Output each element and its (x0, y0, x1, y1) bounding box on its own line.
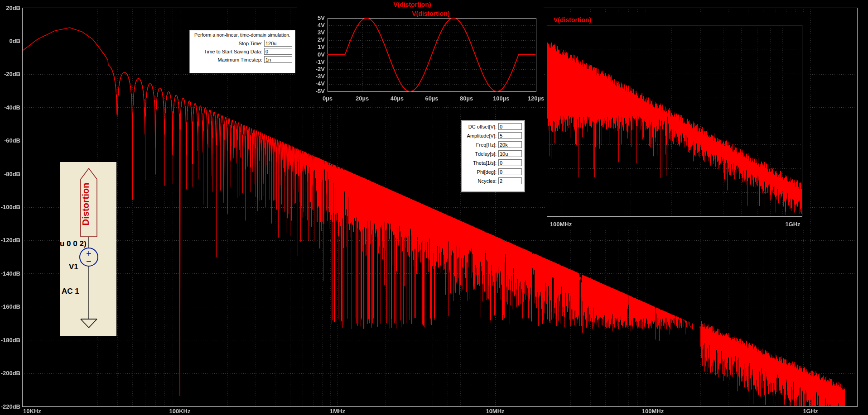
y-tick-label: -120dB (0, 237, 20, 243)
x-tick-label: 1GHz (790, 408, 831, 415)
y-tick-label: -140dB (0, 270, 20, 277)
maximum-timestep-input[interactable] (264, 56, 292, 63)
tdelay-row: Tdelay[s]: (464, 150, 522, 157)
stop-time-label: Stop Time: (238, 41, 262, 46)
x-tick-label: 10KHz (23, 408, 64, 415)
dc-offset-label: DC offset[V]: (468, 124, 497, 129)
ncycles-label: Ncycles: (477, 178, 497, 184)
maximum-timestep-row: Maximum Timestep: (193, 56, 292, 63)
freq-row: Freq[Hz]: (464, 141, 522, 148)
ncycles-input[interactable] (498, 177, 522, 184)
ac-spec-text[interactable]: AC 1 (62, 287, 79, 296)
amplitude-label: Amplitude[V]: (467, 133, 497, 138)
time-to-start-saving-label: Time to Start Saving Data: (204, 49, 262, 54)
designator-text[interactable]: V1 (69, 262, 78, 271)
y-tick-label: -100dB (0, 204, 20, 210)
x-tick-label: 1MHz (317, 408, 358, 415)
y-tick-label: -200dB (0, 370, 20, 377)
x-tick-label: 10MHz (475, 408, 516, 415)
y-tick-label: 20dB (0, 5, 20, 11)
time-to-start-saving-row: Time to Start Saving Data: (193, 48, 292, 55)
theta-input[interactable] (498, 159, 522, 166)
y-tick-label: -180dB (0, 337, 20, 343)
phi-row: Phi[deg]: (464, 168, 522, 175)
transient-fields: Stop Time:Time to Start Saving Data:Maxi… (190, 40, 295, 63)
schematic-panel[interactable]: Distortion u 0 0 2) V1 AC 1 (60, 162, 116, 336)
x-tick-label: 100KHz (159, 408, 200, 415)
theta-label: Theta[1/s]: (473, 160, 497, 166)
freq-input[interactable] (498, 141, 522, 148)
theta-row: Theta[1/s]: (464, 159, 522, 166)
schematic-drawing: Distortion u 0 0 2) V1 AC 1 (60, 162, 116, 336)
maximum-timestep-label: Maximum Timestep: (218, 57, 262, 62)
sine-fields: DC offset[V]:Amplitude[V]:Freq[Hz]:Tdela… (462, 123, 524, 184)
x-tick-label: 100MHz (632, 408, 673, 415)
y-tick-label: -160dB (0, 303, 20, 310)
stop-time-row: Stop Time: (193, 40, 292, 47)
fft-zoom-plot-canvas[interactable] (545, 13, 809, 230)
y-tick-label: -220dB (0, 403, 20, 410)
y-tick-label: -80dB (0, 171, 20, 177)
phi-input[interactable] (498, 168, 522, 175)
y-tick-label: -20dB (0, 71, 20, 77)
y-tick-label: -60dB (0, 137, 20, 144)
y-tick-label: -40dB (0, 104, 20, 111)
ltspice-window: { "app": {"name": "LTspice waveform view… (0, 0, 868, 415)
stop-time-input[interactable] (264, 40, 292, 47)
net-flag[interactable]: Distortion (81, 168, 97, 237)
sine-params-panel: DC offset[V]:Amplitude[V]:Freq[Hz]:Tdela… (461, 120, 525, 192)
dc-offset-input[interactable] (498, 123, 522, 130)
spice-directive-text[interactable]: u 0 0 2) (60, 239, 87, 248)
freq-label: Freq[Hz]: (476, 142, 497, 148)
y-tick-label: 0dB (0, 38, 20, 44)
voltage-source-symbol[interactable] (80, 248, 98, 266)
net-label-text[interactable]: Distortion (81, 183, 91, 225)
main-plot-title[interactable]: V(distortion) (362, 1, 462, 8)
transient-heading: Perform a non-linear, time-domain simula… (191, 32, 294, 38)
dc-offset-row: DC offset[V]: (464, 123, 522, 130)
ncycles-row: Ncycles: (464, 177, 522, 184)
tdelay-label: Tdelay[s]: (475, 151, 497, 157)
transient-settings-panel: Perform a non-linear, time-domain simula… (189, 30, 295, 73)
time-to-start-saving-input[interactable] (264, 48, 292, 55)
amplitude-input[interactable] (498, 132, 522, 139)
fft-zoom-title[interactable]: V(distortion) (554, 16, 591, 24)
time-plot-canvas[interactable] (297, 7, 544, 105)
phi-label: Phi[deg]: (477, 169, 497, 175)
amplitude-row: Amplitude[V]: (464, 132, 522, 139)
tdelay-input[interactable] (498, 150, 522, 157)
ground-symbol[interactable] (81, 319, 97, 328)
time-plot-title[interactable]: V(distortion) (367, 10, 494, 17)
